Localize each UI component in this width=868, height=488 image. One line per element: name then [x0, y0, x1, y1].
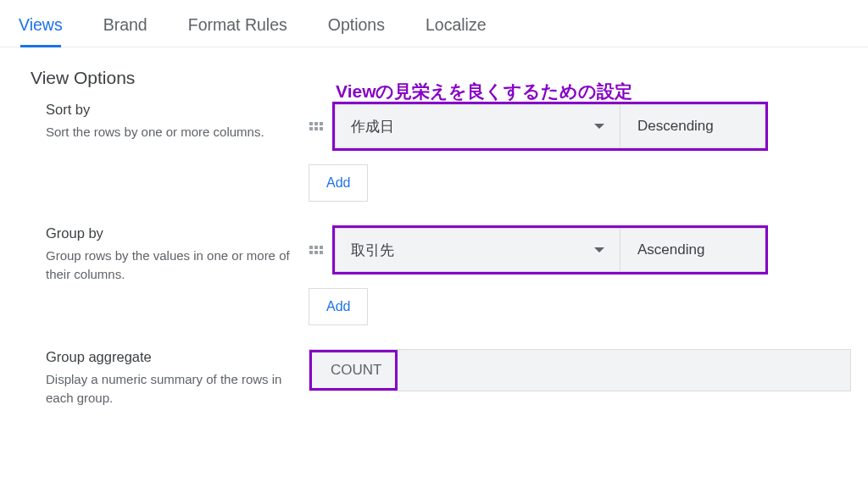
sort-by-labels: Sort by Sort the rows by one or more col… — [31, 102, 293, 141]
sort-by-add-button[interactable]: Add — [309, 164, 368, 202]
group-agg-title: Group aggregate — [46, 349, 293, 365]
annotation-text: Viewの見栄えを良くするための設定 — [336, 80, 632, 103]
chevron-down-icon — [594, 247, 604, 252]
group-agg-select[interactable]: COUNT — [309, 349, 851, 391]
group-by-desc: Group rows by the values in one or more … — [46, 247, 293, 284]
sort-by-highlight: 作成日 Descending — [332, 102, 768, 151]
group-agg-value: COUNT — [331, 362, 381, 379]
group-by-controls: 取引先 Ascending Add — [309, 225, 837, 342]
group-by-labels: Group by Group rows by the values in one… — [31, 225, 293, 284]
tab-brand[interactable]: Brand — [103, 15, 147, 47]
group-agg-desc: Display a numeric summary of the rows in… — [46, 370, 293, 408]
sort-by-field-value: 作成日 — [351, 117, 394, 136]
chevron-down-icon — [594, 124, 604, 129]
tab-localize[interactable]: Localize — [426, 15, 487, 47]
group-by-order-value: Ascending — [637, 241, 704, 258]
sort-by-chip-row: 作成日 Descending — [309, 102, 837, 151]
group-agg-block: Group aggregate Display a numeric summar… — [31, 349, 837, 408]
group-agg-highlight: COUNT — [309, 350, 398, 391]
group-by-order-select[interactable]: Ascending — [620, 228, 765, 272]
sort-by-field-select[interactable]: 作成日 — [335, 104, 620, 148]
group-by-title: Group by — [46, 225, 293, 241]
sort-by-controls: 作成日 Descending Add — [309, 102, 837, 219]
sort-by-desc: Sort the rows by one or more columns. — [46, 123, 293, 141]
drag-handle-icon[interactable] — [309, 242, 324, 258]
tab-views[interactable]: Views — [19, 15, 63, 47]
group-by-field-value: 取引先 — [351, 241, 394, 260]
group-by-block: Group by Group rows by the values in one… — [31, 225, 837, 342]
tabs-bar: Views Brand Format Rules Options Localiz… — [0, 0, 868, 47]
group-by-field-select[interactable]: 取引先 — [335, 228, 620, 272]
sort-by-order-value: Descending — [637, 118, 714, 135]
sort-by-order-select[interactable]: Descending — [620, 104, 765, 148]
sort-by-block: Sort by Sort the rows by one or more col… — [31, 102, 837, 219]
sort-by-title: Sort by — [46, 102, 293, 118]
group-by-highlight: 取引先 Ascending — [332, 225, 768, 274]
group-agg-labels: Group aggregate Display a numeric summar… — [31, 349, 293, 408]
group-by-chip-row: 取引先 Ascending — [309, 225, 837, 274]
tab-format-rules[interactable]: Format Rules — [188, 15, 287, 47]
group-by-add-button[interactable]: Add — [309, 288, 368, 325]
tab-options[interactable]: Options — [328, 15, 385, 47]
drag-handle-icon[interactable] — [309, 119, 324, 134]
group-agg-controls: COUNT — [309, 349, 851, 391]
